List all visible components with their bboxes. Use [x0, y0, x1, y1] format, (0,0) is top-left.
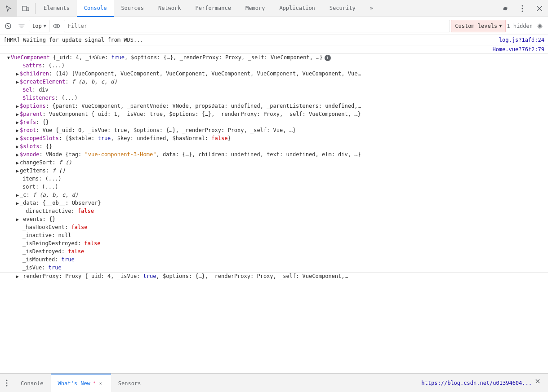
top-tab-bar: Elements Console Sources Network Perform… — [0, 0, 548, 17]
prop-refs[interactable]: $refs: {} — [0, 119, 548, 127]
prop-root[interactable]: $root: Vue {_uid: 0, _isVue: true, $opti… — [0, 127, 548, 135]
home-source-line: Home.vue?76f2:79 — [0, 45, 548, 54]
prop-changesort[interactable]: changeSort: f () — [0, 159, 548, 167]
close-devtools-icon[interactable] — [531, 0, 548, 17]
expand-icon-children[interactable] — [16, 70, 19, 77]
tab-memory[interactable]: Memory — [238, 0, 272, 17]
expand-icon-events[interactable] — [16, 216, 19, 222]
prop-attrs[interactable]: $attrs: (...) — [0, 62, 548, 70]
prop-vnode[interactable]: $vnode: VNode {tag: "vue-component-3-Hom… — [0, 151, 548, 159]
svg-point-2 — [522, 5, 523, 6]
svg-point-4 — [522, 10, 523, 12]
console-output: [HMR] Waiting for update signal from WDS… — [0, 35, 548, 373]
prop-parent[interactable]: $parent: VueComponent {_uid: 1, _isVue: … — [0, 110, 548, 119]
hidden-settings-icon[interactable] — [535, 22, 544, 31]
eye-icon[interactable] — [50, 20, 63, 32]
prop-items[interactable]: items: (...) — [0, 175, 548, 183]
bottom-tab-bar: Console What's New * ✕ Sensors https://b… — [0, 373, 548, 392]
tab-security[interactable]: Security — [322, 0, 363, 17]
tab-application[interactable]: Application — [272, 0, 322, 17]
home-source-link[interactable]: Home.vue?76f2:79 — [492, 46, 544, 53]
chevron-down-icon: ▼ — [44, 23, 46, 28]
tab-more[interactable]: » — [363, 0, 380, 17]
bottom-status-url: https://blog.csdn.net/u01394604... — [421, 379, 548, 388]
filter-input[interactable] — [64, 20, 450, 32]
tab-network[interactable]: Network — [151, 0, 188, 17]
top-right-icons — [497, 0, 548, 17]
hidden-count-badge: 1 hidden — [507, 22, 546, 31]
expand-icon-createelement[interactable] — [16, 79, 19, 85]
expand-icon-c[interactable] — [16, 192, 19, 198]
expand-icon-data[interactable] — [16, 200, 19, 206]
expand-icon-options[interactable] — [16, 103, 19, 109]
prop-getitems[interactable]: getItems: f () — [0, 167, 548, 175]
bottom-tab-sensors[interactable]: Sensors — [111, 374, 148, 392]
prop-hashookevent[interactable]: _hasHookEvent: false — [0, 224, 548, 232]
hmr-log-line: [HMR] Waiting for update signal from WDS… — [0, 35, 548, 45]
info-icon[interactable]: i — [325, 55, 331, 61]
expand-icon-refs[interactable] — [16, 119, 19, 125]
filter-icon[interactable] — [15, 20, 28, 32]
expand-icon-vnode[interactable] — [16, 151, 19, 158]
separator — [35, 3, 36, 14]
clear-console-icon[interactable] — [2, 20, 14, 32]
svg-point-12 — [6, 379, 8, 381]
prop-renderproxy[interactable]: _renderProxy: Proxy {_uid: 4, _isVue: tr… — [0, 272, 548, 280]
prop-inactive[interactable]: _inactive: null — [0, 232, 548, 240]
status-url[interactable]: https://blog.csdn.net/u01394604... — [421, 380, 532, 386]
whats-new-badge: * — [93, 381, 96, 386]
tab-sources[interactable]: Sources — [114, 0, 151, 17]
console-toolbar: top ▼ Custom levels ▼ 1 hidden — [0, 17, 548, 35]
expand-icon-changesort[interactable] — [16, 159, 19, 166]
prop-isvue[interactable]: _isVue: true — [0, 264, 548, 272]
bottom-tab-whats-new[interactable]: What's New * ✕ — [51, 374, 111, 392]
svg-point-3 — [522, 8, 523, 9]
bottom-tab-console[interactable]: Console — [13, 374, 51, 392]
svg-point-9 — [53, 24, 60, 28]
hmr-log-text: [HMR] Waiting for update signal from WDS… — [4, 37, 143, 43]
prop-sort[interactable]: sort: (...) — [0, 183, 548, 191]
svg-point-10 — [56, 25, 58, 27]
expand-icon-slots[interactable] — [16, 143, 19, 150]
prop-c[interactable]: _c: f (a, b, c, d) — [0, 191, 548, 199]
tab-elements[interactable]: Elements — [36, 0, 77, 17]
prop-slots[interactable]: $slots: {} — [0, 143, 548, 151]
log-source-1[interactable]: log.js?1afd:24 — [499, 37, 544, 43]
prop-isbeingdestroyed[interactable]: _isBeingDestroyed: false — [0, 240, 548, 248]
cursor-icon[interactable] — [0, 0, 17, 17]
prop-el[interactable]: $el: div — [0, 86, 548, 94]
kebab-menu-icon[interactable] — [514, 0, 531, 17]
expand-icon-parent[interactable] — [16, 111, 19, 117]
expand-icon-root[interactable] — [7, 54, 10, 61]
prop-directinactive[interactable]: _directInactive: false — [0, 207, 548, 216]
settings-icon[interactable] — [497, 0, 514, 17]
expand-icon-root-prop[interactable] — [16, 127, 19, 133]
prop-data[interactable]: _data: {__ob__: Observer} — [0, 199, 548, 207]
svg-point-13 — [6, 382, 8, 383]
context-selector[interactable]: top ▼ — [29, 20, 49, 32]
prop-events[interactable]: _events: {} — [0, 216, 548, 224]
svg-rect-0 — [22, 6, 27, 11]
close-whats-new-button[interactable]: ✕ — [98, 380, 104, 387]
expand-icon-scopedslots[interactable] — [16, 135, 19, 141]
bottom-menu-icon[interactable] — [0, 374, 13, 392]
prop-children[interactable]: $children: (14) [VueComponent, VueCompon… — [0, 70, 548, 78]
prop-scopedslots[interactable]: $scopedSlots: {$stable: true, $key: unde… — [0, 135, 548, 143]
prop-listeners[interactable]: $listeners: (...) — [0, 94, 548, 102]
svg-point-14 — [6, 385, 8, 386]
prop-isdestroyed[interactable]: _isDestroyed: false — [0, 248, 548, 256]
prop-createelement[interactable]: $createElement: f (a, b, c, d) — [0, 78, 548, 86]
prop-options[interactable]: $options: {parent: VueComponent, _parent… — [0, 102, 548, 110]
chevron-down-icon-levels: ▼ — [499, 23, 502, 28]
svg-rect-1 — [27, 8, 29, 11]
tab-console[interactable]: Console — [77, 0, 114, 17]
expand-icon-renderproxy[interactable] — [16, 273, 19, 279]
svg-line-8 — [7, 25, 9, 27]
tab-performance[interactable]: Performance — [188, 0, 238, 17]
prop-ismounted[interactable]: _isMounted: true — [0, 256, 548, 264]
device-toggle-icon[interactable] — [17, 0, 34, 17]
close-status-icon[interactable] — [535, 379, 544, 388]
vue-component-root[interactable]: VueComponent {_uid: 4, _isVue: true, $op… — [0, 54, 548, 62]
custom-levels-button[interactable]: Custom levels ▼ — [451, 20, 506, 32]
expand-icon-getitems[interactable] — [16, 167, 19, 174]
